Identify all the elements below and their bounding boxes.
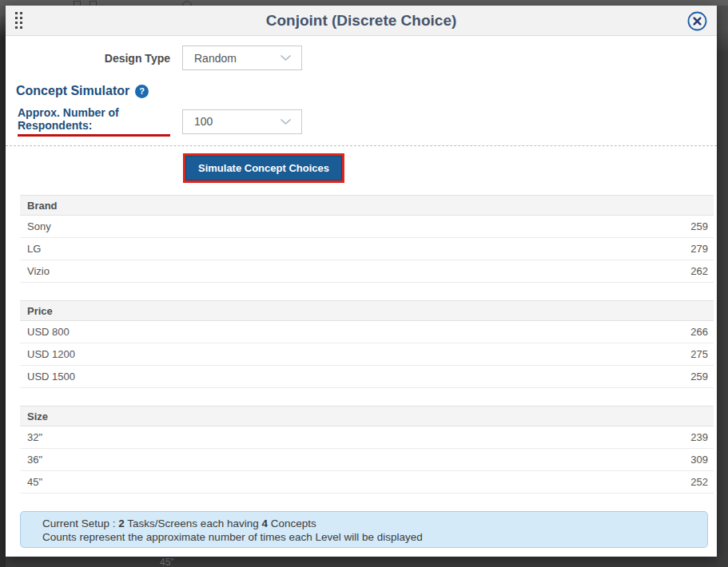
level-count: 259 (690, 371, 708, 383)
modal-title: Conjoint (Discrete Choice) (6, 12, 717, 30)
info-line2: Counts represent the approximate number … (42, 530, 699, 544)
overlay-right (717, 6, 728, 567)
level-count: 279 (690, 243, 708, 255)
level-label: USD 1200 (27, 348, 75, 360)
respondents-label: Approx. Number of Respondents: (18, 106, 170, 137)
info-line1-fragment: Current Setup : (42, 517, 118, 529)
level-label: 45" (27, 476, 42, 488)
design-type-row: Design Type Random (6, 46, 717, 70)
table-header: Brand (20, 195, 714, 216)
table-header: Size (20, 406, 714, 426)
respondents-select[interactable]: 100 (182, 109, 302, 134)
drag-handle-icon[interactable] (15, 12, 27, 30)
conjoint-modal: Conjoint (Discrete Choice) Design Type R… (6, 6, 717, 557)
overlay-bottom: 45" (6, 557, 717, 567)
level-label: USD 1500 (27, 371, 75, 383)
level-count: 259 (690, 220, 708, 232)
level-count: 309 (690, 454, 708, 466)
attribute-table: Size32"23936"30945"252 (20, 406, 714, 494)
concept-simulator-heading: Concept Simulator ? (16, 84, 717, 98)
level-count: 239 (690, 431, 708, 443)
info-line1: Current Setup : 2 Tasks/Screens each hav… (42, 517, 699, 530)
level-count: 262 (690, 265, 708, 277)
attribute-table: PriceUSD 800266USD 1200275USD 1500259 (20, 300, 714, 388)
table-row: Vizio262 (20, 260, 714, 283)
level-count: 266 (690, 326, 708, 338)
circled-x-icon (687, 11, 707, 31)
attribute-table: BrandSony259LG279Vizio262 (20, 195, 714, 283)
level-label: 32" (27, 431, 42, 443)
overlay-left (0, 6, 6, 567)
simulate-concept-choices-button[interactable]: Simulate Concept Choices (185, 156, 342, 180)
info-box: Current Setup : 2 Tasks/Screens each hav… (20, 511, 708, 548)
dashed-separator (6, 145, 717, 146)
design-type-label: Design Type (6, 52, 170, 65)
table-row: USD 1200275 (20, 343, 714, 366)
table-row: USD 800266 (20, 321, 714, 343)
table-header: Price (20, 300, 714, 321)
button-row: Simulate Concept Choices (6, 153, 717, 183)
overlay-top (0, 0, 728, 6)
level-count: 275 (690, 348, 708, 360)
info-line1-fragment: Tasks/Screens each having (125, 517, 262, 529)
level-count: 252 (690, 476, 708, 488)
respondents-label-wrap: Approx. Number of Respondents: (6, 106, 170, 137)
level-label: USD 800 (27, 326, 70, 338)
table-row: USD 1500259 (20, 366, 714, 388)
help-icon[interactable]: ? (135, 85, 149, 98)
table-row: 32"239 (20, 426, 714, 449)
chevron-down-icon (280, 118, 292, 125)
level-label: Sony (27, 220, 51, 232)
respondents-row: Approx. Number of Respondents: 100 (6, 106, 717, 137)
tables: BrandSony259LG279Vizio262PriceUSD 800266… (20, 195, 714, 494)
modal-header: Conjoint (Discrete Choice) (6, 6, 717, 36)
table-row: Sony259 (20, 216, 714, 238)
design-type-selected-value: Random (194, 52, 237, 65)
level-label: Vizio (27, 265, 50, 277)
level-label: LG (27, 243, 41, 255)
close-button[interactable] (687, 11, 707, 31)
level-label: 36" (27, 454, 42, 466)
chevron-down-icon (280, 54, 292, 61)
design-type-select[interactable]: Random (182, 46, 302, 70)
background-text-remnant: 45" (160, 557, 174, 567)
info-line1-fragment: Concepts (268, 517, 316, 529)
info-line1-fragment: 2 (118, 517, 125, 529)
table-row: LG279 (20, 238, 714, 260)
info-line1-fragment: 4 (261, 517, 268, 529)
annotation-highlight-box: Simulate Concept Choices (183, 153, 344, 183)
table-row: 45"252 (20, 471, 714, 494)
section-title: Concept Simulator (16, 84, 129, 98)
respondents-selected-value: 100 (194, 115, 213, 128)
table-row: 36"309 (20, 449, 714, 471)
